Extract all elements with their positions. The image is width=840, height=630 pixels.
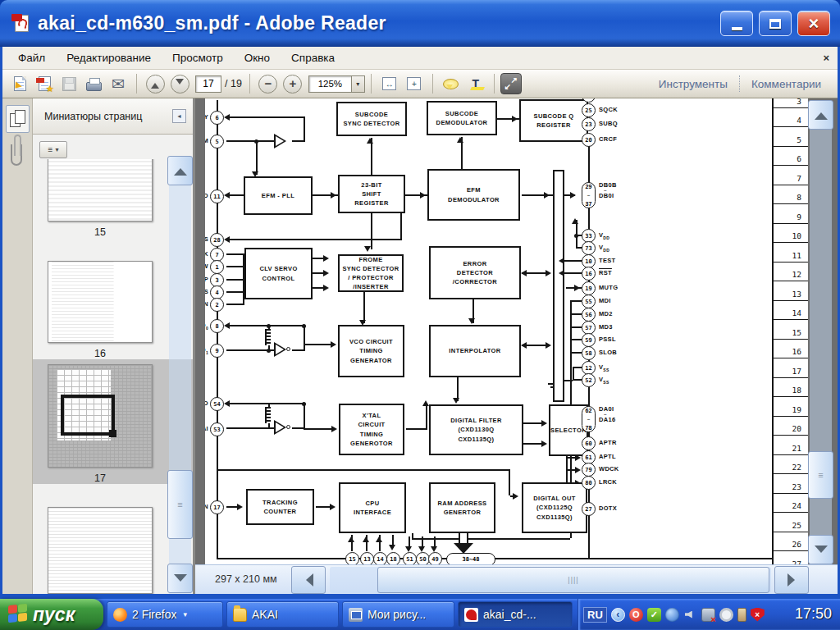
pin-label: APTL (599, 453, 616, 460)
network-globe-tray-icon[interactable] (665, 608, 679, 622)
security-alert-tray-icon[interactable]: × (751, 608, 765, 622)
diagram-line (226, 291, 244, 293)
language-indicator[interactable]: RU (583, 607, 607, 623)
diagram-line (292, 349, 305, 351)
pin-28: 28 (210, 233, 224, 247)
battery-tray-icon[interactable] (737, 608, 746, 622)
taskbar-button-2-firefox[interactable]: 2 Firefox▾ (107, 601, 223, 628)
thumbnail-page-16[interactable] (48, 261, 153, 343)
scroll-up-button[interactable] (808, 100, 833, 130)
thumbnail-options-button[interactable]: ≡▾ (39, 141, 67, 158)
junction-dot (302, 402, 306, 406)
block-xtal-circuit: X'TALCIRCUITTIMINGGENEROTOR (339, 404, 404, 455)
taskbar-button-akai-cd-[interactable]: akai_cd-... (458, 601, 573, 628)
email-button[interactable]: ✉ (107, 73, 130, 95)
start-button[interactable]: пуск (0, 599, 103, 630)
hide-tray-icons-button[interactable]: ‹ (611, 608, 625, 622)
comments-panel-button[interactable]: Комментарии (740, 78, 833, 90)
menu-item-file[interactable]: Файл (7, 48, 56, 68)
taskbar-button-akai[interactable]: AKAI (226, 601, 339, 628)
pin-label: LRCK (599, 478, 617, 486)
table-border (772, 98, 774, 564)
diagram-line (226, 427, 274, 429)
close-document-icon[interactable]: × (823, 52, 829, 64)
block-tracking-counter: TRACKINGCOUNTER (246, 489, 314, 525)
fit-width-button[interactable]: ↔ (378, 73, 401, 95)
tools-panel-button[interactable]: Инструменты (647, 78, 739, 90)
highlight-text-button[interactable]: T (464, 73, 487, 95)
pin-73: 73 (582, 241, 596, 255)
collapse-sidebar-button[interactable]: ◄ (172, 109, 186, 123)
arrowhead (546, 270, 555, 276)
thumbnail-page-17[interactable] (48, 364, 153, 468)
scroll-right-button[interactable] (774, 566, 809, 594)
table-row: 9 (774, 204, 808, 224)
menu-item-help[interactable]: Справка (281, 48, 345, 68)
pin-label: FS (205, 235, 208, 243)
data-bus-bar (553, 170, 564, 402)
thumbnail-page-15[interactable] (48, 159, 153, 221)
page-thumbnails-panel-button[interactable] (6, 105, 30, 133)
diagram-line (406, 428, 427, 430)
pin-label: DO (205, 192, 208, 199)
scroll-down-button[interactable] (167, 564, 193, 593)
document-page[interactable]: SUBCODESYNC DETECTORSUBCODEDEMODULATORSU… (205, 98, 808, 564)
next-page-button[interactable] (168, 73, 191, 95)
sidebar-scrollbar[interactable]: ≡ (167, 156, 193, 594)
pin-label: VSS (599, 363, 609, 372)
zoom-out-button[interactable]: − (257, 73, 280, 95)
document-scrollbar[interactable]: ≡ (808, 100, 833, 564)
create-pdf-button[interactable]: ★ (33, 73, 56, 95)
scroll-down-button[interactable] (808, 535, 833, 564)
diagram-line (226, 325, 305, 326)
maximize-button[interactable] (759, 11, 792, 36)
print-button[interactable] (82, 73, 105, 95)
attachments-paperclip-icon[interactable] (11, 144, 22, 166)
pin-label: MUTG (599, 284, 618, 291)
thumbnail-zoom-rectangle[interactable] (61, 395, 115, 436)
scroll-thumb[interactable]: ≡ (167, 470, 193, 539)
toolbar: ★ ✉ / 19 − + 125% ▾ ↔ + T ↗↙ Инструменты… (2, 70, 838, 98)
scroll-left-button[interactable] (291, 566, 326, 594)
previous-page-button[interactable] (144, 73, 167, 95)
zoom-in-button[interactable]: + (281, 73, 304, 95)
menu-item-edit[interactable]: Редактирование (56, 48, 162, 68)
menu-item-window[interactable]: Окно (234, 48, 281, 68)
zoom-dropdown-button[interactable]: ▾ (351, 75, 365, 93)
pin-6: 6 (210, 111, 224, 125)
close-button[interactable]: × (797, 11, 830, 36)
opera-tray-icon[interactable]: O (629, 608, 643, 622)
page-number-input[interactable] (195, 75, 221, 93)
open-button[interactable] (8, 73, 31, 95)
zoom-level-box[interactable]: 125% (308, 75, 351, 93)
chevron-right-icon (788, 573, 801, 587)
pin-label: MD3 (599, 323, 613, 331)
scroll-up-button[interactable] (167, 156, 193, 185)
inverter-icon (274, 134, 286, 148)
minimize-button[interactable] (720, 11, 753, 36)
diagram-line (226, 253, 244, 255)
horizontal-scroll-thumb[interactable]: |||| (377, 567, 769, 593)
fullscreen-button[interactable]: ↗↙ (500, 73, 522, 94)
down-arrow-icon (176, 79, 184, 89)
update-tray-icon[interactable] (719, 608, 733, 622)
horizontal-scroll-track[interactable]: |||| (330, 567, 771, 593)
block-shift-register: 23-BITSHIFTREGISTER (338, 175, 405, 213)
table-row: 7 (774, 166, 808, 185)
menu-item-view[interactable]: Просмотр (162, 48, 234, 68)
thumbnail-page-18[interactable] (48, 507, 153, 594)
save-button[interactable] (57, 73, 80, 95)
taskbar-button--[interactable]: Мои рису... (342, 601, 454, 628)
arrowhead (363, 533, 369, 542)
diagram-line (371, 213, 372, 249)
pin-9: 9 (210, 344, 224, 358)
scroll-thumb[interactable]: ≡ (808, 451, 833, 499)
zoom-rectangle-handle[interactable] (109, 430, 116, 437)
block-interpolator: INTERPOLATOR (429, 325, 521, 377)
fit-page-button[interactable]: + (403, 73, 426, 95)
volume-tray-icon[interactable] (683, 608, 697, 622)
comment-button[interactable] (440, 73, 463, 95)
email-icon: ✉ (112, 76, 125, 92)
display-status-tray-icon[interactable] (701, 608, 715, 622)
antivirus-tray-icon[interactable]: ✓ (647, 608, 661, 622)
